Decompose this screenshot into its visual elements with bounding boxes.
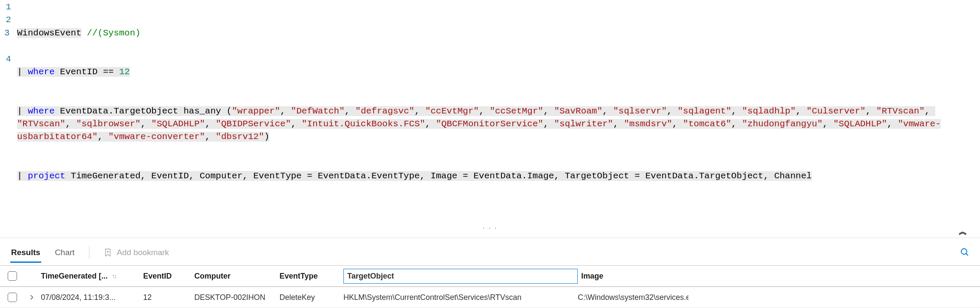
code-line-1: WindowsEvent //(Sysmon) — [17, 27, 946, 40]
row-checkbox[interactable] — [8, 293, 17, 302]
cell-computer: DESKTOP-002IHON — [194, 293, 280, 302]
string-literal: "RTVscan" — [17, 119, 65, 129]
tab-results[interactable]: Results — [10, 244, 41, 263]
panel-splitter[interactable]: · · · ︽ — [0, 226, 980, 238]
col-header-image[interactable]: Image — [581, 272, 692, 281]
string-literal: "defragsvc" — [355, 106, 415, 116]
result-tabs: Results Chart — [10, 242, 75, 263]
string-literal: "sqladhlp" — [742, 106, 796, 116]
col-header-targetobject[interactable]: TargetObject — [343, 269, 578, 284]
string-literal: "tomcat6" — [683, 119, 731, 129]
expand-chevron-icon[interactable]: ︽ — [959, 226, 967, 237]
code-area[interactable]: WindowsEvent //(Sysmon) | where EventID … — [17, 1, 980, 209]
col-header-computer[interactable]: Computer — [194, 272, 280, 281]
results-grid: TimeGenerated [...↑↓ EventID Computer Ev… — [0, 265, 980, 308]
string-literal: "RTVscan" — [876, 106, 925, 116]
string-literal: "dbsrv12" — [216, 132, 264, 142]
string-literal: "Culserver" — [807, 106, 866, 116]
line-gutter: 1 2 3 4 — [0, 1, 17, 209]
string-literal: "sqlwriter" — [554, 119, 613, 129]
svg-point-0 — [961, 249, 967, 254]
string-literal: "ccEvtMgr" — [425, 106, 479, 116]
line-number: 4 — [4, 53, 11, 66]
string-literal: "ccSetMgr" — [490, 106, 543, 116]
string-literal: "vmware-converter" — [108, 132, 205, 142]
cell-eventid: 12 — [143, 293, 194, 302]
cell-timegenerated: 07/08/2024, 11:19:3... — [41, 293, 143, 302]
string-literal: "SQLADHLP" — [833, 119, 887, 129]
code-line-3: | where EventData.TargetObject has_any (… — [17, 105, 946, 144]
cell-targetobject: HKLM\System\CurrentControlSet\Services\R… — [343, 293, 578, 302]
expand-row-button[interactable] — [23, 295, 41, 300]
cell-eventtype: DeleteKey — [280, 293, 343, 302]
string-literal: "DefWatch" — [291, 106, 345, 116]
col-header-timegenerated[interactable]: TimeGenerated [...↑↓ — [41, 272, 143, 281]
bookmark-label: Add bookmark — [117, 248, 169, 257]
string-literal: "QBIDPService" — [216, 119, 291, 129]
string-literal: "wrapper" — [232, 106, 280, 116]
separator — [89, 246, 89, 259]
cell-image: C:\Windows\system32\services.e — [578, 293, 689, 302]
query-editor[interactable]: 1 2 3 4 WindowsEvent //(Sysmon) | where … — [0, 0, 980, 226]
search-icon — [960, 247, 970, 257]
line-number: 3 — [4, 27, 10, 40]
string-literal: "SavRoam" — [554, 106, 602, 116]
string-literal: "Intuit.QuickBooks.FCS" — [302, 119, 425, 129]
string-literal: "sqlbrowser" — [76, 119, 141, 129]
tab-chart[interactable]: Chart — [54, 244, 75, 263]
results-toolbar: Results Chart Add bookmark — [0, 238, 980, 263]
grid-header: TimeGenerated [...↑↓ EventID Computer Ev… — [0, 265, 980, 287]
col-header-eventid[interactable]: EventID — [143, 272, 194, 281]
col-header-eventtype[interactable]: EventType — [280, 272, 343, 281]
chevron-right-icon — [29, 295, 35, 300]
string-literal: "sqlservr" — [613, 106, 667, 116]
search-button[interactable] — [960, 247, 970, 259]
select-all-checkbox[interactable] — [8, 271, 17, 281]
string-literal: "QBCFMonitorService" — [436, 119, 543, 129]
string-literal: "msmdsrv" — [624, 119, 672, 129]
splitter-dots: · · · — [0, 226, 980, 230]
table-row[interactable]: 07/08/2024, 11:19:3...12DESKTOP-002IHOND… — [0, 287, 980, 308]
add-bookmark-button[interactable]: Add bookmark — [103, 248, 169, 257]
bookmark-star-icon — [103, 248, 112, 257]
code-line-4: | project TimeGenerated, EventID, Comput… — [17, 170, 946, 183]
line-number: 1 — [4, 1, 11, 14]
string-literal: "SQLADHLP" — [151, 119, 205, 129]
svg-line-1 — [966, 253, 968, 256]
string-literal: "sqlagent" — [677, 106, 731, 116]
code-line-2: | where EventID == 12 — [17, 66, 946, 78]
sort-arrows-icon: ↑↓ — [112, 273, 116, 279]
string-literal: "zhudongfangyu" — [742, 119, 822, 129]
line-number: 2 — [4, 14, 11, 26]
